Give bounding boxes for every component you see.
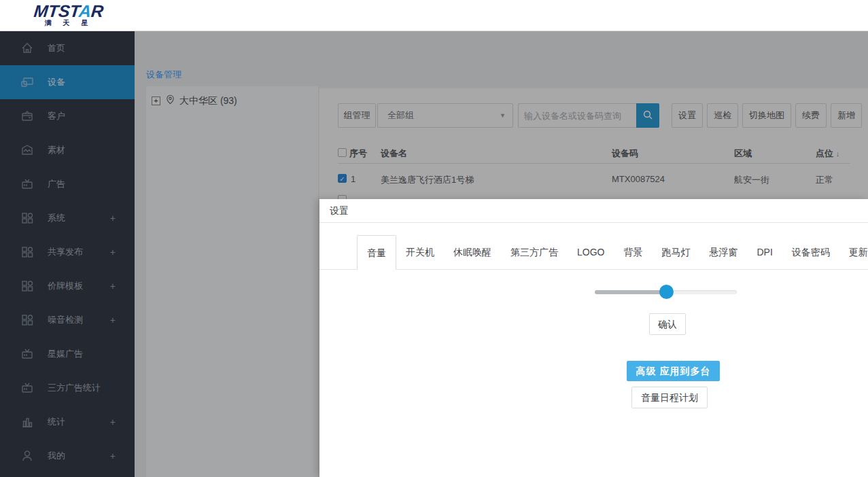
modal-title: 设置 (319, 199, 868, 223)
tab-volume[interactable]: 音量 (357, 235, 396, 270)
top-header: MTSTAR 满 天 星 (0, 0, 868, 31)
tab-background[interactable]: 背景 (614, 235, 652, 269)
settings-modal: 设置 音量 开关机 休眠唤醒 第三方广告 LOGO 背景 跑马灯 悬浮窗 DPI… (319, 199, 868, 477)
volume-slider-fill (595, 290, 666, 294)
tab-device-password[interactable]: 设备密码 (782, 235, 839, 269)
tab-sleep-wake[interactable]: 休眠唤醒 (444, 235, 501, 269)
volume-slider-handle[interactable] (659, 285, 674, 299)
logo-wordmark: MTSTAR (33, 2, 104, 20)
volume-schedule-plan-button[interactable]: 音量日程计划 (631, 387, 708, 408)
settings-tabbar: 音量 开关机 休眠唤醒 第三方广告 LOGO 背景 跑马灯 悬浮窗 DPI 设备… (319, 235, 868, 270)
brand-logo[interactable]: MTSTAR 满 天 星 (11, 2, 126, 28)
advanced-apply-multiple-button[interactable]: 高级 应用到多台 (627, 361, 720, 381)
tab-power-schedule[interactable]: 开关机 (396, 235, 444, 269)
confirm-button[interactable]: 确认 (649, 313, 686, 335)
tab-marquee[interactable]: 跑马灯 (652, 235, 699, 269)
tab-logo[interactable]: LOGO (568, 235, 614, 269)
tab-update[interactable]: 更新 (839, 235, 868, 269)
tab-dpi[interactable]: DPI (747, 235, 782, 269)
device-management-app: MTSTAR 满 天 星 首页 设备 客户 素材 广告 系统 + (0, 0, 868, 477)
tab-third-party-ads[interactable]: 第三方广告 (501, 235, 568, 269)
tab-floating-window[interactable]: 悬浮窗 (699, 235, 747, 269)
volume-slider[interactable] (595, 285, 737, 300)
